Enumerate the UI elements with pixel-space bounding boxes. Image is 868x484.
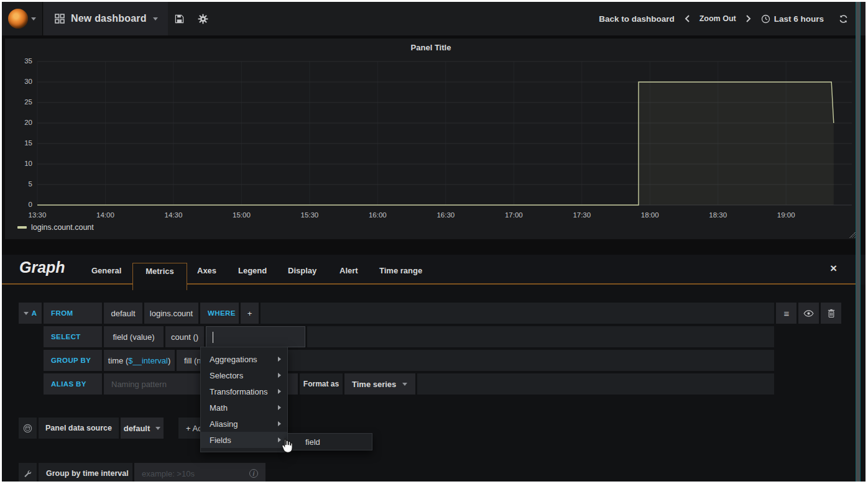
dashboard-title: New dashboard xyxy=(71,13,147,24)
time-shift-left-button[interactable] xyxy=(682,15,692,22)
grafana-menu-button[interactable] xyxy=(2,2,43,35)
submenu-arrow-icon xyxy=(278,373,281,378)
tab-metrics-active[interactable]: Metrics xyxy=(132,263,187,290)
where-label[interactable]: WHERE xyxy=(200,303,239,324)
from-measurement-segment[interactable]: logins.count xyxy=(144,303,198,324)
graph-panel: Panel Title 05101520253035 13:3014:0014:… xyxy=(5,39,857,239)
submenu-item-field[interactable]: field xyxy=(287,433,372,450)
menu-item-selectors[interactable]: Selectors xyxy=(201,367,287,383)
chevron-down-icon xyxy=(155,427,160,430)
tab-legend[interactable]: Legend xyxy=(238,266,267,275)
delete-query-button[interactable] xyxy=(821,303,841,324)
add-where-tag-button[interactable]: + xyxy=(241,303,259,324)
x-tick-label: 15:30 xyxy=(291,211,328,219)
eye-icon xyxy=(803,310,814,317)
chevron-right-icon xyxy=(746,15,751,22)
legend-series-name: logins.count.count xyxy=(31,223,94,232)
select-func-segment[interactable]: count () xyxy=(165,326,204,347)
tab-underline xyxy=(2,283,857,285)
query-row-filler xyxy=(261,303,774,324)
tab-display[interactable]: Display xyxy=(288,266,316,275)
y-tick-label: 35 xyxy=(14,57,32,65)
y-tick-label: 0 xyxy=(14,201,32,208)
top-nav: New dashboard Back xyxy=(2,2,866,35)
menu-item-fields[interactable]: Fields xyxy=(201,432,287,448)
interval-row: Group by time interval example: >10s i xyxy=(2,463,866,482)
time-range-picker[interactable]: Last 6 hours xyxy=(761,14,824,24)
query-part-menu: Aggregations Selectors Transformations M… xyxy=(200,347,288,452)
page-scrollbar[interactable] xyxy=(856,2,861,482)
y-tick-label: 5 xyxy=(14,180,32,188)
datasource-row: Panel data source default + Add query xyxy=(2,418,866,439)
time-range-label: Last 6 hours xyxy=(774,14,824,24)
query-row-select: SELECT field (value) count () xyxy=(2,326,866,347)
graph-plot[interactable] xyxy=(5,39,857,239)
submenu-arrow-icon xyxy=(278,357,281,362)
time-shift-right-button[interactable] xyxy=(744,15,754,22)
panel-editor: Graph General Metrics Axes Legend Displa… xyxy=(2,255,866,482)
collapse-caret-icon xyxy=(24,312,29,315)
panel-resize-handle[interactable] xyxy=(849,232,856,238)
tab-alert[interactable]: Alert xyxy=(339,266,358,275)
x-tick-label: 18:00 xyxy=(631,211,668,219)
query-row-a: A FROM default logins.count WHERE + ≡ xyxy=(2,303,866,324)
from-label: FROM xyxy=(44,303,102,324)
x-tick-label: 19:00 xyxy=(767,211,805,219)
info-icon: i xyxy=(249,469,258,478)
select-field-segment[interactable]: field (value) xyxy=(104,326,164,347)
hamburger-icon: ≡ xyxy=(784,308,789,319)
x-tick-label: 16:30 xyxy=(427,211,464,219)
select-part-input[interactable] xyxy=(206,326,305,347)
nav-right-group: Back to dashboard Zoom Out Last 6 hours xyxy=(599,2,848,35)
submenu-arrow-icon xyxy=(278,421,281,426)
tab-metrics[interactable]: Metrics xyxy=(145,267,174,290)
wrench-icon xyxy=(24,470,32,478)
chevron-down-icon xyxy=(153,17,158,21)
interval-options-button[interactable] xyxy=(19,463,37,482)
panel-datasource-dropdown[interactable]: default xyxy=(121,418,164,439)
menu-item-aliasing[interactable]: Aliasing xyxy=(201,416,287,432)
grafana-app: New dashboard Back xyxy=(2,2,866,482)
refresh-button[interactable] xyxy=(839,14,848,24)
zoom-out-button[interactable]: Zoom Out xyxy=(699,14,736,23)
menu-item-transformations[interactable]: Transformations xyxy=(201,383,287,400)
tab-time-range[interactable]: Time range xyxy=(379,266,422,275)
gear-icon xyxy=(198,14,208,24)
x-tick-label: 14:00 xyxy=(86,211,124,219)
query-row-filler xyxy=(307,326,774,347)
save-dashboard-button[interactable] xyxy=(169,2,190,35)
interval-variable: $__interval xyxy=(128,356,168,365)
datasource-help-button[interactable] xyxy=(19,418,37,439)
menu-item-aggregations[interactable]: Aggregations xyxy=(201,351,287,367)
select-label: SELECT xyxy=(44,326,102,347)
group-by-time-segment[interactable]: time ($__interval) xyxy=(104,350,175,371)
x-tick-label: 13:30 xyxy=(19,211,56,219)
from-datasource-segment[interactable]: default xyxy=(104,303,142,324)
save-icon xyxy=(175,14,184,24)
legend-item[interactable]: logins.count.count xyxy=(17,223,94,232)
interval-input[interactable]: example: >10s i xyxy=(134,463,265,482)
mouse-cursor-icon xyxy=(280,437,295,457)
tab-general[interactable]: General xyxy=(91,266,121,275)
dashboard-title-dropdown[interactable]: New dashboard xyxy=(44,2,168,35)
query-letter: A xyxy=(32,309,37,317)
format-as-dropdown[interactable]: Time series xyxy=(344,373,415,395)
chevron-down-icon xyxy=(402,383,407,386)
dashboard-settings-button[interactable] xyxy=(192,2,213,35)
query-row-alias: ALIAS BY Naming pattern Format as Time s… xyxy=(2,373,866,395)
trash-icon xyxy=(828,309,835,318)
x-tick-label: 14:30 xyxy=(155,211,192,219)
close-editor-button[interactable]: × xyxy=(830,262,837,274)
panel-type-title: Graph xyxy=(19,258,65,276)
datasource-icon xyxy=(23,424,32,433)
chevron-left-icon xyxy=(685,15,690,22)
query-collapse-toggle[interactable]: A xyxy=(19,303,42,324)
y-tick-label: 10 xyxy=(14,160,32,167)
x-tick-label: 15:00 xyxy=(223,211,260,219)
back-to-dashboard-button[interactable]: Back to dashboard xyxy=(599,14,675,24)
tab-axes[interactable]: Axes xyxy=(197,266,216,275)
menu-item-math[interactable]: Math xyxy=(201,400,287,416)
toggle-query-visibility-button[interactable] xyxy=(798,303,819,324)
query-menu-button[interactable]: ≡ xyxy=(776,303,796,324)
submenu-arrow-icon xyxy=(278,405,281,410)
